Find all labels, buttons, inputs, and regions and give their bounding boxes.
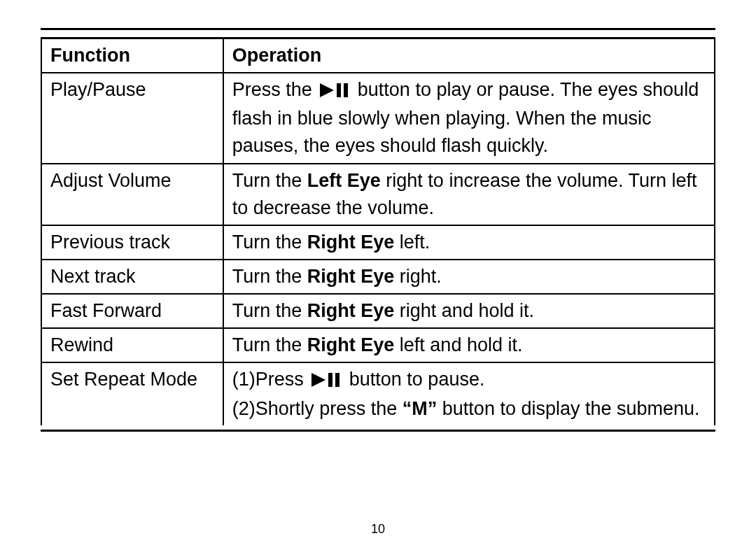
op-cell: Turn the Right Eye left. (223, 225, 715, 260)
svg-rect-5 (335, 373, 340, 387)
table-row: Fast Forward Turn the Right Eye right an… (41, 294, 715, 328)
op-bold: Left Eye (307, 170, 381, 191)
table-row: Rewind Turn the Right Eye left and hold … (41, 328, 715, 362)
op-text: right. (394, 266, 442, 287)
top-rule (41, 28, 715, 30)
op-bold: Right Eye (307, 232, 395, 253)
svg-marker-3 (312, 373, 326, 387)
op-cell: Turn the Left Eye right to increase the … (223, 164, 715, 225)
op-text: Turn the (232, 300, 307, 321)
op-text: Turn the (232, 266, 307, 287)
func-cell: Fast Forward (41, 294, 223, 328)
play-pause-icon (320, 78, 349, 105)
table-row: Adjust Volume Turn the Left Eye right to… (41, 164, 715, 225)
page-number: 10 (0, 522, 756, 537)
bottom-rule (41, 430, 715, 432)
func-cell: Previous track (41, 225, 223, 260)
op-text: Press the (232, 79, 318, 100)
op-text: (1)Press (232, 369, 309, 390)
svg-rect-4 (328, 373, 332, 387)
func-cell: Play/Pause (41, 73, 223, 163)
op-bold: Right Eye (307, 266, 395, 287)
op-text: (2)Shortly press the (232, 398, 402, 419)
play-pause-icon (312, 367, 341, 395)
op-text: Turn the (232, 232, 307, 253)
table-row: Set Repeat Mode (1)Press button to pause… (41, 362, 715, 425)
op-bold: “M” (402, 398, 438, 419)
manual-page: Function Operation Play/Pause Press the (0, 0, 756, 552)
op-cell: Turn the Right Eye right and hold it. (223, 294, 715, 328)
op-text: button to pause. (349, 369, 485, 390)
svg-marker-0 (320, 83, 334, 97)
func-cell: Rewind (41, 328, 223, 362)
op-text: right and hold it. (394, 300, 534, 321)
op-bold: Right Eye (307, 300, 395, 321)
op-text: Turn the (232, 334, 307, 355)
op-cell: (1)Press button to pause. (2)Shortly pre… (223, 362, 715, 425)
op-text: left and hold it. (394, 334, 522, 355)
svg-rect-1 (337, 83, 341, 97)
op-cell: Turn the Right Eye right. (223, 260, 715, 294)
header-function: Function (41, 38, 223, 73)
table-row: Next track Turn the Right Eye right. (41, 260, 715, 294)
func-cell: Next track (41, 260, 223, 294)
function-operation-table: Function Operation Play/Pause Press the (41, 37, 715, 425)
table-header-row: Function Operation (41, 38, 715, 73)
svg-rect-2 (344, 83, 348, 97)
op-text: Turn the (232, 170, 307, 191)
op-text: left. (394, 232, 430, 253)
op-cell: Press the button to play or pause. The e… (223, 73, 715, 163)
table-row: Previous track Turn the Right Eye left. (41, 225, 715, 260)
header-operation: Operation (223, 38, 715, 73)
op-bold: Right Eye (307, 334, 395, 355)
func-cell: Adjust Volume (41, 164, 223, 225)
op-text: button to display the submenu. (437, 398, 699, 419)
func-cell: Set Repeat Mode (41, 362, 223, 425)
op-cell: Turn the Right Eye left and hold it. (223, 328, 715, 362)
table-row: Play/Pause Press the button to play or p… (41, 73, 715, 163)
